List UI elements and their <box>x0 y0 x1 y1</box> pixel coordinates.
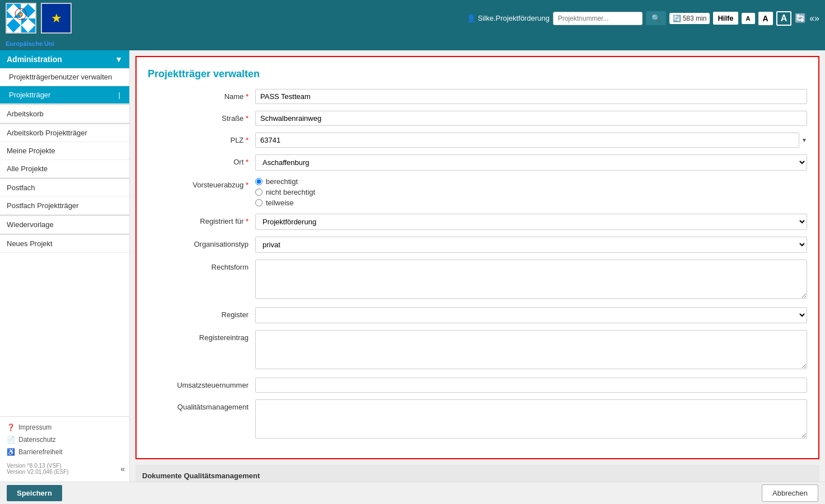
sidebar-impressum[interactable]: ❓ Impressum <box>4 421 125 434</box>
teilweise-label: teilweise <box>266 199 294 207</box>
form-row-strasse: Straße * <box>148 111 807 126</box>
name-field <box>255 89 807 104</box>
sidebar-item-projekttraeger[interactable]: Projektträger | <box>0 86 129 104</box>
chevron-down-icon: ▼ <box>115 55 123 64</box>
collapse-button[interactable]: «» <box>809 13 819 23</box>
strasse-field <box>255 111 807 126</box>
form-container: Projektträger verwalten Name * Straße * <box>135 56 819 459</box>
plz-input[interactable] <box>255 133 799 148</box>
registriert-label: Registriert für * <box>148 214 249 225</box>
berechtigt-label: berechtigt <box>266 177 298 186</box>
ort-label: Ort * <box>148 154 249 166</box>
sidebar-item-label: Alle Projekte <box>7 164 48 173</box>
qualitaetsmanagement-label: Qualitätsmanagement <box>148 399 249 411</box>
logos: 🦁 ★ <box>6 3 72 34</box>
strasse-label: Straße * <box>148 111 249 123</box>
user-info: 👤 Silke.Projektförderung <box>467 14 550 22</box>
form-row-umsatzsteuernummer: Umsatzsteuernummer <box>148 378 807 393</box>
sidebar-item-label: Postfach Projektträger <box>7 201 79 210</box>
name-input[interactable] <box>255 89 807 104</box>
sidebar-item-postfach-projekttraeger[interactable]: Postfach Projektträger <box>0 197 129 215</box>
sidebar-collapse-button[interactable]: « <box>120 464 125 473</box>
sidebar-item-arbeitskorb[interactable]: Arbeitskorb <box>0 105 129 123</box>
vorsteuerabzug-field: berechtigt nicht berechtigt teilweise <box>255 177 807 207</box>
sidebar-footer: ❓ Impressum 📄 Datenschutz ♿ Barrierefrei… <box>0 416 129 482</box>
vorsteuerabzug-radio-group: berechtigt nicht berechtigt teilweise <box>255 177 807 207</box>
register-select[interactable] <box>255 307 807 323</box>
sidebar-item-label: Neues Projekt <box>7 239 53 248</box>
form-row-qualitaetsmanagement: Qualitätsmanagement <box>148 399 807 440</box>
rechtsform-field <box>255 260 807 300</box>
radio-teilweise-input[interactable] <box>255 199 262 206</box>
sidebar-item-wiedervorlage[interactable]: Wiedervorlage <box>0 216 129 234</box>
radio-berechtigt[interactable]: berechtigt <box>255 177 807 186</box>
barrierefreiheit-label: Barrierefreiheit <box>18 448 63 456</box>
radio-berechtigt-input[interactable] <box>255 178 262 185</box>
qualitaetsmanagement-textarea[interactable] <box>255 399 807 439</box>
radio-nicht-berechtigt-input[interactable] <box>255 189 262 196</box>
registereintrag-field <box>255 330 807 371</box>
timer-value: 583 min <box>683 15 707 22</box>
form-row-vorsteuerabzug: Vorsteuerabzug * berechtigt nicht berech… <box>148 177 807 207</box>
sidebar-item-neues-projekt[interactable]: Neues Projekt <box>0 235 129 253</box>
font-medium-button[interactable]: A <box>758 12 773 25</box>
search-button[interactable]: 🔍 <box>646 11 666 25</box>
umsatzsteuernummer-label: Umsatzsteuernummer <box>148 378 249 389</box>
name-label: Name * <box>148 89 249 101</box>
sidebar-administration-label: Administration <box>7 55 62 64</box>
layout: Administration ▼ Projektträgerbenutzer v… <box>0 50 825 482</box>
sidebar-item-arbeitskorb-label: Arbeitskorb <box>7 110 44 118</box>
registriert-select[interactable]: Projektförderung <box>255 214 807 230</box>
nicht-berechtigt-label: nicht berechtigt <box>266 188 315 196</box>
organisationstyp-select[interactable]: privat <box>255 237 807 253</box>
timer-badge: 🔄 583 min <box>669 13 710 24</box>
font-small-button[interactable]: A <box>742 13 755 24</box>
username: Silke.Projektförderung <box>478 14 550 22</box>
sidebar-item-label: Arbeitskorb Projektträger <box>7 129 87 137</box>
hilfe-button[interactable]: Hilfe <box>713 12 738 25</box>
form-row-ort: Ort * Aschaffenburg <box>148 154 807 171</box>
project-number-input[interactable] <box>553 12 643 25</box>
registereintrag-textarea[interactable] <box>255 330 807 369</box>
sidebar-item-arbeitskorb-projekttraeger[interactable]: Arbeitskorb Projektträger <box>0 124 129 142</box>
impressum-label: Impressum <box>18 423 51 431</box>
sidebar-datenschutz[interactable]: 📄 Datenschutz <box>4 434 125 446</box>
plz-label: PLZ * <box>148 133 249 144</box>
organisationstyp-field: privat <box>255 237 807 253</box>
user-icon: 👤 <box>467 14 476 22</box>
sidebar-item-meine-projekte[interactable]: Meine Projekte <box>0 142 129 160</box>
sidebar-item-label: Wiedervorlage <box>7 220 54 229</box>
strasse-input[interactable] <box>255 111 807 126</box>
sidebar-item-label: Projektträgerbenutzer verwalten <box>9 73 112 81</box>
radio-nicht-berechtigt[interactable]: nicht berechtigt <box>255 188 807 196</box>
svg-text:🦁: 🦁 <box>18 12 24 17</box>
reload-button[interactable]: 🔄 <box>795 13 806 23</box>
plz-dropdown-icon: ▼ <box>801 137 807 143</box>
rechtsform-textarea[interactable] <box>255 260 807 299</box>
sidebar-version: Version ^8.0.13 (VSF) Version V2.01.046 … <box>4 460 71 477</box>
sidebar-barrierefreiheit[interactable]: ♿ Barrierefreiheit <box>4 446 125 458</box>
radio-teilweise[interactable]: teilweise <box>255 199 807 207</box>
form-title: Projektträger verwalten <box>148 68 807 80</box>
sidebar-item-postfach[interactable]: Postfach <box>0 179 129 197</box>
font-large-button[interactable]: A <box>776 11 792 26</box>
cursor-indicator: | <box>119 91 120 99</box>
ort-select[interactable]: Aschaffenburg <box>255 154 807 171</box>
form-row-registriert: Registriert für * Projektförderung <box>148 214 807 230</box>
doc-section: Dokumente Qualitätsmanagement + + Datei … <box>135 465 819 482</box>
form-row-name: Name * <box>148 89 807 104</box>
sidebar-item-label: Projektträger <box>9 91 50 99</box>
umsatzsteuernummer-input[interactable] <box>255 378 807 393</box>
main-content: Projektträger verwalten Name * Straße * <box>130 50 825 482</box>
refresh-icon: 🔄 <box>673 15 681 22</box>
ort-field: Aschaffenburg <box>255 154 807 171</box>
register-field <box>255 307 807 323</box>
sidebar-administration[interactable]: Administration ▼ <box>0 50 129 68</box>
registereintrag-label: Registereintrag <box>148 330 249 342</box>
form-row-rechtsform: Rechtsform <box>148 260 807 300</box>
sidebar-item-projekttraegerbenutzer[interactable]: Projektträgerbenutzer verwalten <box>0 68 129 86</box>
sidebar-item-alle-projekte[interactable]: Alle Projekte <box>0 160 129 178</box>
organisationstyp-label: Organisationstyp <box>148 237 249 248</box>
question-icon: ❓ <box>7 423 15 431</box>
document-icon: 📄 <box>7 436 15 444</box>
